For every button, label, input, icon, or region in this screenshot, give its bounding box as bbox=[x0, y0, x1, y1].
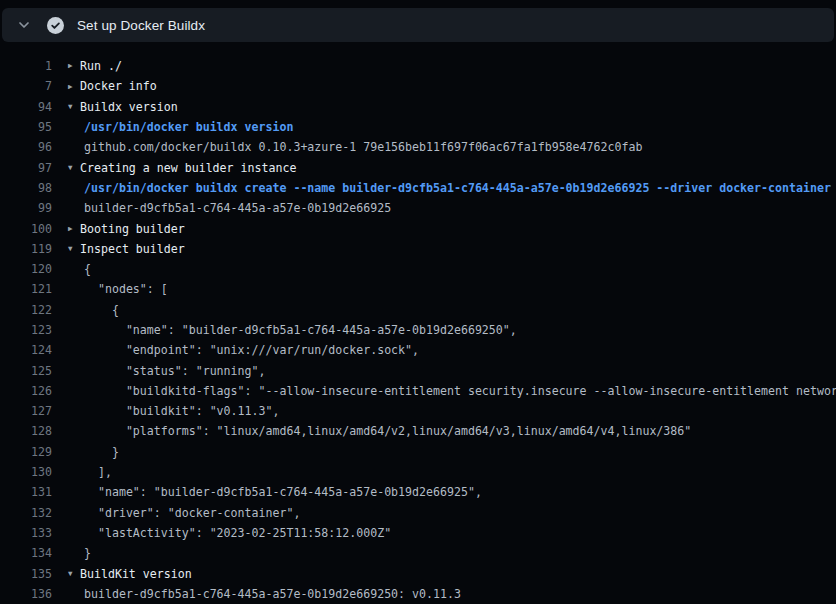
log-line: 100▶Booting builder bbox=[0, 218, 836, 238]
line-number[interactable]: 135 bbox=[0, 567, 52, 581]
log-group-header[interactable]: ▶Booting builder bbox=[68, 222, 185, 236]
line-number[interactable]: 124 bbox=[0, 343, 52, 357]
line-number[interactable]: 119 bbox=[0, 242, 52, 256]
log-output-text: } bbox=[68, 546, 91, 560]
log-line: 1▶Run ./ bbox=[0, 56, 836, 76]
log-line: 124 "endpoint": "unix:///var/run/docker.… bbox=[0, 340, 836, 360]
log-line: 97▼Creating a new builder instance bbox=[0, 157, 836, 177]
line-number[interactable]: 98 bbox=[0, 181, 52, 195]
log-output-text: { bbox=[68, 262, 91, 276]
line-number[interactable]: 94 bbox=[0, 100, 52, 114]
log-group-title: Inspect builder bbox=[80, 242, 185, 256]
log-group-title: BuildKit version bbox=[80, 567, 192, 581]
log-line: 120{ bbox=[0, 259, 836, 279]
line-number[interactable]: 125 bbox=[0, 364, 52, 378]
log-output-text: "buildkitd-flags": "--allow-insecure-ent… bbox=[68, 384, 836, 398]
triangle-down-icon: ▼ bbox=[68, 570, 80, 578]
log-line: 122 { bbox=[0, 300, 836, 320]
log-line: 135▼BuildKit version bbox=[0, 563, 836, 583]
line-number[interactable]: 127 bbox=[0, 404, 52, 418]
log-line: 123 "name": "builder-d9cfb5a1-c764-445a-… bbox=[0, 320, 836, 340]
log-output-text: builder-d9cfb5a1-c764-445a-a57e-0b19d2e6… bbox=[68, 201, 391, 215]
chevron-down-icon[interactable] bbox=[16, 17, 32, 33]
log-group-title: Buildx version bbox=[80, 100, 178, 114]
line-number[interactable]: 123 bbox=[0, 323, 52, 337]
line-number[interactable]: 120 bbox=[0, 262, 52, 276]
log-group-header[interactable]: ▼Buildx version bbox=[68, 100, 178, 114]
log-line: 95/usr/bin/docker buildx version bbox=[0, 117, 836, 137]
log-output-text: github.com/docker/buildx 0.10.3+azure-1 … bbox=[68, 140, 642, 154]
log-line: 127 "buildkit": "v0.11.3", bbox=[0, 401, 836, 421]
log-output-text: "status": "running", bbox=[68, 364, 265, 378]
step-title: Set up Docker Buildx bbox=[77, 18, 205, 33]
line-number[interactable]: 131 bbox=[0, 485, 52, 499]
log-group-header[interactable]: ▼Creating a new builder instance bbox=[68, 161, 296, 175]
log-output-text: "driver": "docker-container", bbox=[68, 506, 300, 520]
log-line: 7▶Docker info bbox=[0, 76, 836, 96]
log-output-text: "endpoint": "unix:///var/run/docker.sock… bbox=[68, 343, 419, 357]
log-line: 136builder-d9cfb5a1-c764-445a-a57e-0b19d… bbox=[0, 584, 836, 604]
log-line: 96github.com/docker/buildx 0.10.3+azure-… bbox=[0, 137, 836, 157]
log-lines: 1▶Run ./7▶Docker info94▼Buildx version95… bbox=[0, 42, 836, 604]
log-line: 134} bbox=[0, 543, 836, 563]
line-number[interactable]: 96 bbox=[0, 140, 52, 154]
log-output-text: "platforms": "linux/amd64,linux/amd64/v2… bbox=[68, 424, 691, 438]
log-command-text: /usr/bin/docker buildx create --name bui… bbox=[68, 181, 831, 195]
line-number[interactable]: 7 bbox=[0, 79, 52, 93]
line-number[interactable]: 128 bbox=[0, 424, 52, 438]
log-command-text: /usr/bin/docker buildx version bbox=[68, 120, 293, 134]
log-line: 99builder-d9cfb5a1-c764-445a-a57e-0b19d2… bbox=[0, 198, 836, 218]
line-number[interactable]: 136 bbox=[0, 587, 52, 601]
log-line: 119▼Inspect builder bbox=[0, 239, 836, 259]
log-group-header[interactable]: ▼BuildKit version bbox=[68, 567, 192, 581]
line-number[interactable]: 132 bbox=[0, 506, 52, 520]
log-group-header[interactable]: ▶Docker info bbox=[68, 79, 157, 93]
log-output-text: { bbox=[68, 303, 119, 317]
log-output-text: "name": "builder-d9cfb5a1-c764-445a-a57e… bbox=[68, 323, 517, 337]
triangle-right-icon: ▶ bbox=[68, 225, 80, 233]
log-output-text: "buildkit": "v0.11.3", bbox=[68, 404, 279, 418]
triangle-right-icon: ▶ bbox=[68, 62, 80, 70]
log-output-text: } bbox=[68, 445, 119, 459]
step-header[interactable]: Set up Docker Buildx bbox=[2, 8, 834, 42]
log-output-text: ], bbox=[68, 465, 112, 479]
log-group-header[interactable]: ▼Inspect builder bbox=[68, 242, 185, 256]
line-number[interactable]: 99 bbox=[0, 201, 52, 215]
line-number[interactable]: 130 bbox=[0, 465, 52, 479]
line-number[interactable]: 129 bbox=[0, 445, 52, 459]
log-group-title: Run ./ bbox=[80, 59, 122, 73]
line-number[interactable]: 134 bbox=[0, 546, 52, 560]
log-output-text: "nodes": [ bbox=[68, 282, 168, 296]
line-number[interactable]: 95 bbox=[0, 120, 52, 134]
log-output-text: builder-d9cfb5a1-c764-445a-a57e-0b19d2e6… bbox=[68, 587, 461, 601]
log-line: 121 "nodes": [ bbox=[0, 279, 836, 299]
log-line: 131 "name": "builder-d9cfb5a1-c764-445a-… bbox=[0, 482, 836, 502]
log-line: 133 "lastActivity": "2023-02-25T11:58:12… bbox=[0, 523, 836, 543]
log-group-header[interactable]: ▶Run ./ bbox=[68, 59, 122, 73]
log-line: 130 ], bbox=[0, 462, 836, 482]
log-line: 126 "buildkitd-flags": "--allow-insecure… bbox=[0, 381, 836, 401]
log-line: 129 } bbox=[0, 442, 836, 462]
log-group-title: Creating a new builder instance bbox=[80, 161, 296, 175]
triangle-down-icon: ▼ bbox=[68, 103, 80, 111]
triangle-down-icon: ▼ bbox=[68, 245, 80, 253]
log-line: 98/usr/bin/docker buildx create --name b… bbox=[0, 178, 836, 198]
log-group-title: Booting builder bbox=[80, 222, 185, 236]
log-output-text: "name": "builder-d9cfb5a1-c764-445a-a57e… bbox=[68, 485, 482, 499]
log-line: 94▼Buildx version bbox=[0, 97, 836, 117]
line-number[interactable]: 97 bbox=[0, 161, 52, 175]
line-number[interactable]: 122 bbox=[0, 303, 52, 317]
line-number[interactable]: 121 bbox=[0, 282, 52, 296]
log-line: 125 "status": "running", bbox=[0, 360, 836, 380]
triangle-right-icon: ▶ bbox=[68, 83, 80, 91]
log-group-title: Docker info bbox=[80, 79, 157, 93]
line-number[interactable]: 100 bbox=[0, 222, 52, 236]
triangle-down-icon: ▼ bbox=[68, 164, 80, 172]
line-number[interactable]: 133 bbox=[0, 526, 52, 540]
check-circle-icon bbox=[47, 17, 64, 34]
log-output-text: "lastActivity": "2023-02-25T11:58:12.000… bbox=[68, 526, 391, 540]
log-line: 128 "platforms": "linux/amd64,linux/amd6… bbox=[0, 421, 836, 441]
line-number[interactable]: 126 bbox=[0, 384, 52, 398]
line-number[interactable]: 1 bbox=[0, 59, 52, 73]
log-line: 132 "driver": "docker-container", bbox=[0, 503, 836, 523]
